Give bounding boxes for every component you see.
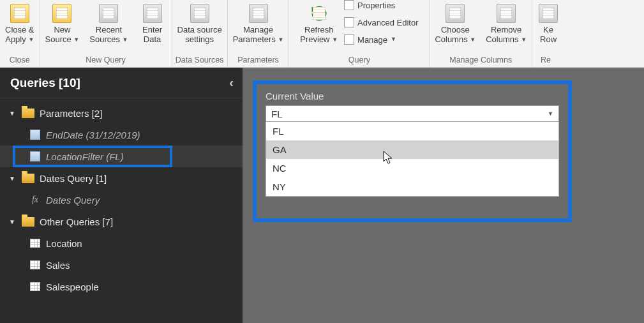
parameter-value-panel: Current Value FL ▼ FL GA NC NY [253,80,572,222]
data-source-settings-button[interactable]: Data source settings [172,0,227,52]
query-enddate-label: EndDate (31/12/2019) [46,130,140,140]
dropdown-icon: ▼ [123,36,128,43]
new-source-icon [52,4,71,23]
current-value-selected: FL [271,109,283,119]
option-nc[interactable]: NC [266,159,558,177]
enter-data-icon [143,4,162,23]
manage-parameters-button[interactable]: Manage Parameters ▼ [228,0,289,52]
keep-rows-button[interactable]: Ke Row [532,0,559,52]
dropdown-icon: ▼ [332,36,338,43]
query-locationfilter[interactable]: LocationFilter (FL) [0,146,243,167]
disclosure-icon: ▼ [9,175,17,182]
current-value-combobox[interactable]: FL ▼ [266,105,559,122]
properties-button[interactable]: Properties [343,0,419,13]
queries-sidebar-header[interactable]: Queries [10] ‹ [0,68,243,98]
choose-columns-icon [446,4,465,23]
folder-icon [22,217,34,227]
ribbon-group-manage-columns: Choose Columns ▼ Remove Columns ▼ Manage… [430,0,532,67]
group-other-queries-label: Other Queries [7] [40,216,113,227]
group-other-queries[interactable]: ▼ Other Queries [7] [0,211,243,232]
disclosure-icon: ▼ [9,110,17,117]
option-ga[interactable]: GA [266,140,558,159]
queries-sidebar: Queries [10] ‹ ▼ Parameters [2] EndDate … [0,68,243,323]
group-label-data-sources: Data Sources [176,54,224,66]
remove-columns-icon [497,4,516,23]
remove-columns-label: Remove Columns [486,25,521,44]
new-source-button[interactable]: New Source ▼ [40,0,85,52]
query-salespeople[interactable]: Salespeople [0,276,243,297]
enter-data-button[interactable]: Enter Data [133,0,172,52]
group-dates-query[interactable]: ▼ Dates Query [1] [0,167,243,189]
refresh-preview-label: Refresh Preview [300,25,333,44]
query-enddate[interactable]: EndDate (31/12/2019) [0,124,243,146]
main-content: Current Value FL ▼ FL GA NC NY [243,68,644,323]
group-label-new-query: New Query [86,54,126,66]
option-ny[interactable]: NY [266,177,558,196]
queries-tree: ▼ Parameters [2] EndDate (31/12/2019) Lo… [0,98,243,297]
group-parameters[interactable]: ▼ Parameters [2] [0,102,243,124]
dropdown-icon: ▼ [391,36,396,42]
function-icon: fx [32,195,38,205]
close-apply-icon [10,4,29,23]
collapse-icon[interactable]: ‹ [229,75,234,90]
parameter-icon [30,130,40,140]
dropdown-icon: ▼ [28,36,34,43]
query-locationfilter-label: LocationFilter (FL) [46,151,124,162]
manage-parameters-label: Manage Parameters [233,25,276,44]
parameter-icon [30,151,40,162]
recent-sources-label: Recent Sources [89,25,122,44]
group-dates-query-label: Dates Query [1] [40,173,107,184]
refresh-icon [310,4,329,23]
ribbon-group-new-query: New Source ▼ Recent Sources ▼ Enter Data… [40,0,172,67]
table-icon [30,239,40,248]
ribbon-group-query: Refresh Preview ▼ Properties Advanced Ed… [289,0,430,67]
table-icon [30,282,40,291]
query-sales[interactable]: Sales [0,254,243,276]
data-source-settings-label: Data source settings [177,26,222,45]
ribbon-group-parameters: Manage Parameters ▼ Parameters [228,0,290,67]
close-apply-button[interactable]: Close & Apply ▼ [0,0,40,52]
manage-label: Manage [357,35,387,45]
new-source-label: New Source [45,25,71,44]
ribbon-group-rows: Ke Row Re [532,0,559,67]
remove-columns-button[interactable]: Remove Columns ▼ [481,0,532,52]
query-dates-query[interactable]: fx Dates Query [0,189,243,211]
dropdown-icon: ▼ [73,36,79,43]
dropdown-icon: ▼ [548,110,553,117]
query-location-label: Location [46,238,82,249]
refresh-preview-button[interactable]: Refresh Preview ▼ [295,0,343,52]
advanced-editor-label: Advanced Editor [357,18,418,27]
data-source-settings-icon [190,4,209,23]
group-label-manage-columns: Manage Columns [449,54,512,66]
manage-parameters-icon [249,4,268,23]
option-fl[interactable]: FL [266,122,558,140]
query-salespeople-label: Salespeople [46,282,99,292]
recent-sources-icon [99,4,118,23]
dropdown-icon: ▼ [278,36,283,43]
choose-columns-label: Choose Columns [435,25,469,44]
query-sales-label: Sales [46,260,70,271]
ribbon-group-close: Close & Apply ▼ Close [0,0,40,67]
queries-title: Queries [10] [10,76,80,90]
group-label-parameters: Parameters [237,54,279,66]
enter-data-label: Enter Data [142,26,162,45]
choose-columns-button[interactable]: Choose Columns ▼ [430,0,481,52]
recent-sources-button[interactable]: Recent Sources ▼ [84,0,133,52]
keep-rows-icon [539,4,558,23]
disclosure-icon: ▼ [9,218,17,225]
manage-query-button[interactable]: Manage ▼ [343,32,419,47]
keep-rows-label: Ke Row [540,26,557,45]
advanced-editor-button[interactable]: Advanced Editor [343,15,419,30]
query-location[interactable]: Location [0,232,243,254]
properties-icon [344,0,354,10]
current-value-label: Current Value [266,91,559,101]
dropdown-icon: ▼ [521,36,527,43]
group-parameters-label: Parameters [2] [40,108,102,119]
folder-icon [22,174,34,183]
group-label-rows: Re [541,54,551,66]
group-label-query: Query [348,54,370,66]
folder-icon [22,109,34,118]
lower-area: Queries [10] ‹ ▼ Parameters [2] EndDate … [0,68,644,323]
ribbon-group-data-sources: Data source settings Data Sources [172,0,228,67]
ribbon: Close & Apply ▼ Close New Source ▼ Recen… [0,0,644,68]
